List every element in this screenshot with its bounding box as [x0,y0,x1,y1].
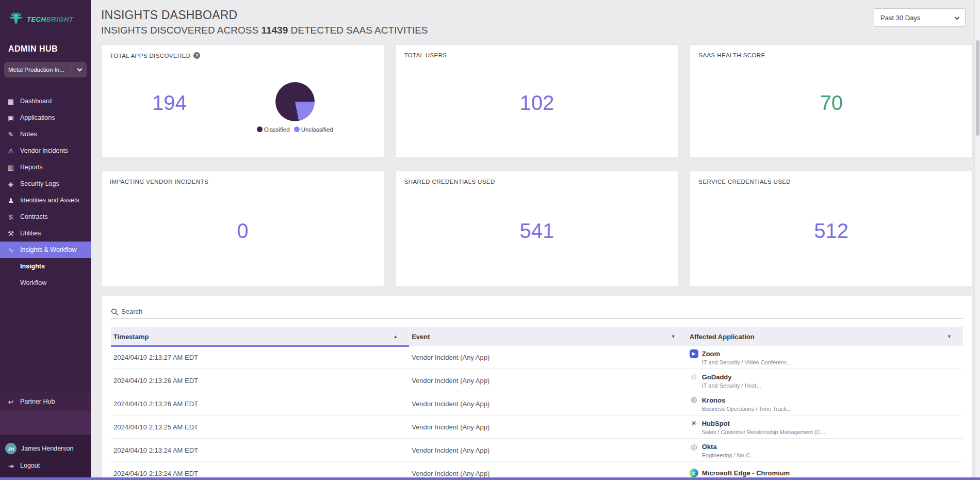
sidebar-subitem-workflow[interactable]: Workflow [0,275,91,291]
cell-affected-application: ▶Zoom IT and Security / Video Conferenc.… [687,349,963,365]
sidebar-nav: ▦Dashboard ▣Applications ✎Notes ⚠Vendor … [0,93,91,291]
column-header-affected-application[interactable]: Affected Application ▼ [687,333,963,341]
logout-icon: ⇥ [7,462,15,470]
warning-icon: ⚠ [7,147,15,155]
metric-value: 194 [152,91,187,115]
metric-value: 0 [102,219,384,243]
column-header-timestamp[interactable]: Timestamp ▲ [111,333,409,341]
app-category: Business Operations / Time Track... [690,406,963,412]
bottom-scrollbar[interactable] [0,477,980,480]
unclassified-dot-icon [294,126,300,132]
cell-affected-application: ✳HubSpot Sales / Customer Relationship M… [687,419,963,435]
sort-asc-icon: ▲ [393,334,398,339]
logout-button[interactable]: ⇥ Logout [0,457,91,474]
card-body: 194 Classified Unclassified [110,59,375,147]
edge-app-icon: e [690,469,698,477]
table-row[interactable]: 2024/04/10 2:13:26 AM EDT Vendor Inciden… [111,369,963,392]
insights-table-card: Timestamp ▲ Event ▼ Affected Application… [101,296,973,480]
card-impacting-vendor-incidents: IMPACTING VENDOR INCIDENTS 0 [101,171,384,287]
sidebar-item-utilities[interactable]: ⚒Utilities [0,225,91,242]
sidebar-item-identities-assets[interactable]: ♟Identities and Assets [0,192,91,209]
table-header: Timestamp ▲ Event ▼ Affected Application… [111,327,963,346]
table-row[interactable]: 2024/04/10 2:13:24 AM EDT Vendor Inciden… [111,439,963,462]
vertical-scrollbar[interactable] [974,0,980,480]
org-selector-value: Metal Production In... [4,67,72,73]
sidebar: TECHBRIGHT ADMIN HUB Metal Production In… [0,0,91,480]
zoom-app-icon: ▶ [690,349,698,358]
cell-event: Vendor Incident (Any App) [409,377,687,385]
cell-timestamp: 2024/04/10 2:13:26 AM EDT [111,400,409,408]
app-category: Sales / Customer Relationship Management… [690,429,963,435]
column-header-event[interactable]: Event ▼ [409,333,687,341]
app-category: IT and Security / Video Conferenc... [690,359,963,365]
sidebar-spacer [0,411,91,435]
sidebar-item-reports[interactable]: ▥Reports [0,159,91,175]
table-row[interactable]: 2024/04/10 2:13:25 AM EDT Vendor Inciden… [111,415,963,439]
sidebar-item-dashboard[interactable]: ▦Dashboard [0,93,91,109]
card-title: SHARED CREDENTIALS USED [404,179,670,185]
user-profile[interactable]: JH James Henderson [0,440,91,457]
card-total-apps-discovered: TOTAL APPS DISCOVERED ? 194 Classified U… [101,44,384,158]
sidebar-item-notes[interactable]: ✎Notes [0,126,91,142]
metric-value: 102 [396,91,678,115]
user-area: JH James Henderson ⇥ Logout [0,435,91,480]
chevron-down-icon [72,69,87,71]
applications-icon: ▣ [7,114,15,122]
vertical-scrollbar-thumb[interactable] [976,40,979,136]
main-content: INSIGHTS DASHBOARD INSIGHTS DISCOVERED A… [91,0,980,480]
stat-cards-row-2: IMPACTING VENDOR INCIDENTS 0 SHARED CRED… [101,171,973,287]
sidebar-item-applications[interactable]: ▣Applications [0,109,91,126]
search-input[interactable] [121,308,963,315]
classified-dot-icon [257,126,263,132]
cell-timestamp: 2024/04/10 2:13:27 AM EDT [111,354,409,361]
card-title: IMPACTING VENDOR INCIDENTS [110,179,375,185]
app-root: TECHBRIGHT ADMIN HUB Metal Production In… [0,0,980,480]
shield-icon: ◈ [7,180,15,188]
apps-pie-chart: Classified Unclassified [257,82,333,133]
sidebar-subitem-insights[interactable]: Insights [0,258,91,275]
card-title: SAAS HEALTH SCORE [698,52,964,58]
card-title: TOTAL USERS [404,52,670,58]
org-selector[interactable]: Metal Production In... [4,62,87,77]
partner-hub-link[interactable]: ↩ Partner Hub [0,392,91,411]
cell-affected-application: ⊛Kronos Business Operations / Time Track… [687,396,963,412]
sidebar-item-insights-workflow[interactable]: ∿Insights & Workflow [0,242,91,258]
tools-icon: ⚒ [7,230,15,237]
page-subtitle: INSIGHTS DISCOVERED ACROSS 11439 DETECTE… [101,25,973,36]
metric-value: 512 [690,219,972,243]
dollar-icon: $ [7,213,15,221]
avatar: JH [5,443,17,454]
stat-cards-row-1: TOTAL APPS DISCOVERED ? 194 Classified U… [101,44,973,158]
cell-affected-application: ☺GoDaddy IT and Security / Host... [687,373,963,389]
person-icon: ♟ [7,197,15,204]
card-saas-health-score: SAAS HEALTH SCORE 70 [690,44,973,158]
cell-event: Vendor Incident (Any App) [409,400,687,408]
sidebar-item-security-logs[interactable]: ◈Security Logs [0,175,91,192]
cell-timestamp: 2024/04/10 2:13:24 AM EDT [111,446,409,454]
legend-classified: Classified [257,126,290,133]
table-body: 2024/04/10 2:13:27 AM EDT Vendor Inciden… [111,346,963,480]
card-service-credentials-used: SERVICE CREDENTIALS USED 512 [690,171,973,287]
period-select[interactable]: Past 30 Days [874,8,966,27]
sidebar-item-vendor-incidents[interactable]: ⚠Vendor Incidents [0,142,91,159]
table-search [111,305,963,319]
cell-affected-application: eMicrosoft Edge - Chromium [687,469,963,478]
page-header: INSIGHTS DASHBOARD INSIGHTS DISCOVERED A… [101,0,973,44]
table-row[interactable]: 2024/04/10 2:13:26 AM EDT Vendor Inciden… [111,392,963,415]
activity-count: 11439 [261,25,288,36]
app-category: Engineering / No-C... [690,452,963,458]
cell-affected-application: ◎Okta Engineering / No-C... [687,442,963,458]
cell-event: Vendor Incident (Any App) [409,470,687,477]
pie-legend: Classified Unclassified [257,126,333,133]
cell-timestamp: 2024/04/10 2:13:25 AM EDT [111,423,409,431]
brand-name: TECHBRIGHT [27,15,73,23]
chevron-down-icon [955,14,960,20]
phoenix-logo-icon [8,11,24,27]
table-row[interactable]: 2024/04/10 2:13:27 AM EDT Vendor Inciden… [111,346,963,369]
legend-unclassified: Unclassified [294,126,333,133]
sidebar-item-contracts[interactable]: $Contracts [0,209,91,225]
cell-event: Vendor Incident (Any App) [409,446,687,454]
help-icon[interactable]: ? [193,52,200,59]
godaddy-app-icon: ☺ [690,373,698,381]
cell-timestamp: 2024/04/10 2:13:24 AM EDT [111,470,409,477]
